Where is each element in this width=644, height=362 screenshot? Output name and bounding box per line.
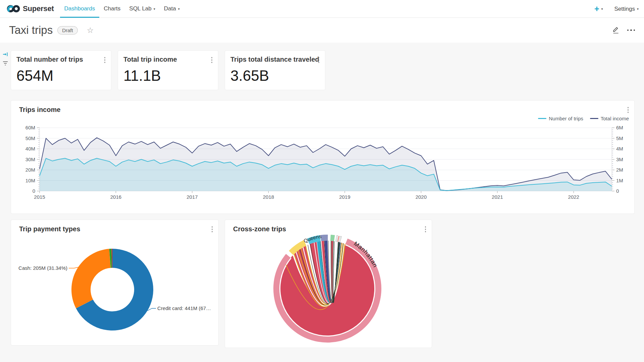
svg-text:2M: 2M — [616, 167, 623, 173]
filter-icon[interactable] — [2, 61, 8, 66]
svg-text:30M: 30M — [25, 157, 35, 162]
svg-text:0: 0 — [33, 188, 35, 194]
kpi-card-trip-income: Total trip income 11.1B — [118, 50, 218, 90]
chevron-down-icon: ▾ — [601, 7, 603, 11]
filter-rail — [2, 51, 8, 66]
chevron-down-icon: ▾ — [154, 7, 155, 11]
svg-text:60M: 60M — [25, 125, 35, 130]
svg-text:2020: 2020 — [416, 194, 427, 200]
infinity-logo-icon — [7, 4, 20, 13]
cross-zone-trips-chart: QueensManhattan — [225, 220, 432, 348]
kebab-menu-icon[interactable] — [317, 56, 321, 64]
panel-trip-payment-types: Trip payment types Cash: 205M (31.34%)Cr… — [11, 220, 219, 346]
svg-text:50M: 50M — [25, 135, 35, 141]
chord-segment[interactable] — [320, 235, 328, 241]
kpi-value: 11.1B — [123, 67, 213, 84]
donut-label-cash: Cash: 205M (31.34%) — [18, 265, 67, 271]
plus-icon: + — [594, 5, 599, 13]
svg-text:6M: 6M — [616, 125, 623, 130]
svg-text:10M: 10M — [25, 178, 35, 183]
trips-income-chart: 60M6M50M5M40M4M30M3M20M2M10M1M0020152016… — [11, 101, 634, 214]
nav-right: + ▾ Settings ▾ — [594, 0, 639, 18]
nav-item-dashboards[interactable]: Dashboards — [60, 0, 100, 18]
chevron-down-icon: ▾ — [637, 7, 639, 11]
svg-text:0: 0 — [616, 188, 619, 194]
chord-segment[interactable] — [330, 235, 335, 241]
nav-menu: Dashboards Charts SQL Lab ▾ Data ▾ — [60, 0, 184, 18]
svg-text:5M: 5M — [616, 135, 623, 141]
kebab-menu-icon[interactable] — [210, 56, 214, 64]
add-new-button[interactable]: + ▾ — [594, 5, 603, 13]
svg-text:3M: 3M — [616, 157, 623, 162]
panel-cross-zone-trips: Cross-zone trips QueensManhattan — [225, 220, 432, 348]
kpi-title: Trips total distance traveled — [230, 56, 320, 63]
settings-menu[interactable]: Settings ▾ — [614, 6, 639, 12]
chord-segment[interactable] — [339, 236, 342, 242]
superset-logo[interactable]: Superset — [7, 4, 54, 13]
chevron-down-icon: ▾ — [178, 7, 180, 11]
kpi-value: 3.65B — [230, 67, 320, 84]
kpi-title: Total number of trips — [16, 56, 106, 63]
svg-text:4M: 4M — [616, 146, 623, 152]
svg-text:2021: 2021 — [492, 194, 503, 200]
trip-payment-types-chart: Cash: 205M (31.34%)Credit card: 441M (67… — [11, 220, 218, 345]
nav-item-data[interactable]: Data ▾ — [160, 0, 184, 18]
donut-slice[interactable] — [71, 249, 111, 308]
favorite-star-icon[interactable]: ☆ — [87, 26, 94, 35]
kpi-value: 654M — [16, 67, 106, 84]
kpi-title: Total trip income — [123, 56, 213, 63]
nav-item-sql-lab[interactable]: SQL Lab ▾ — [125, 0, 160, 18]
expand-filter-bar-icon[interactable] — [2, 51, 8, 57]
svg-text:1M: 1M — [616, 178, 623, 183]
status-badge: Draft — [57, 26, 78, 35]
svg-text:40M: 40M — [25, 146, 35, 152]
edit-pencil-icon[interactable] — [612, 26, 620, 34]
brand-name: Superset — [23, 4, 54, 13]
svg-text:2022: 2022 — [568, 194, 579, 200]
svg-text:20M: 20M — [25, 167, 35, 173]
donut-label-credit-card: Credit card: 441M (67… — [157, 305, 211, 311]
kebab-menu-icon[interactable] — [103, 56, 107, 64]
kpi-card-distance: Trips total distance traveled 3.65B — [225, 50, 325, 90]
kpi-card-total-trips: Total number of trips 654M — [11, 50, 111, 90]
page-title: Taxi trips — [9, 24, 53, 37]
nav-item-charts[interactable]: Charts — [99, 0, 125, 18]
panel-trips-income: Trips income Number of tripsTotal income… — [11, 100, 635, 214]
svg-text:2018: 2018 — [263, 194, 274, 200]
top-nav: Superset Dashboards Charts SQL Lab ▾ Dat… — [0, 0, 644, 18]
dashboard-body: Total number of trips 654M Total trip in… — [0, 43, 644, 362]
dashboard-header: Taxi trips Draft ☆ — [0, 18, 644, 43]
svg-text:2019: 2019 — [339, 194, 350, 200]
chord-segment[interactable] — [336, 235, 338, 241]
svg-text:2017: 2017 — [186, 194, 198, 200]
svg-text:2015: 2015 — [34, 194, 45, 200]
more-actions-icon[interactable] — [627, 29, 635, 31]
svg-text:2016: 2016 — [110, 194, 121, 200]
